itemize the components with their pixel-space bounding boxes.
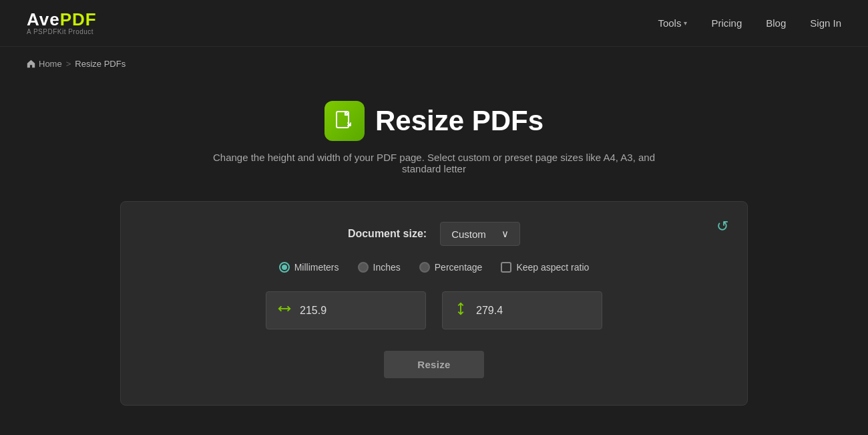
logo-pdf: PDF xyxy=(60,9,97,29)
nav-tools-link[interactable]: Tools xyxy=(658,17,681,29)
reset-button[interactable]: ↺ xyxy=(714,215,731,238)
radio-inches-indicator xyxy=(358,262,369,273)
logo[interactable]: AvePDF A PSPDFKit Product xyxy=(27,11,97,35)
breadcrumb-home-link[interactable]: Home xyxy=(27,59,62,69)
main-nav: Tools ▾ Pricing Blog Sign In xyxy=(658,17,841,29)
option-millimeters-label: Millimeters xyxy=(294,262,339,273)
nav-tools[interactable]: Tools ▾ xyxy=(658,17,687,29)
document-size-row: Document size: Custom ∨ xyxy=(148,222,720,246)
hero-subtitle: Change the height and width of your PDF … xyxy=(200,152,668,174)
height-field-container xyxy=(442,291,602,329)
site-header: AvePDF A PSPDFKit Product Tools ▾ Pricin… xyxy=(0,0,868,47)
document-size-value: Custom xyxy=(451,229,486,240)
breadcrumb: Home > Resize PDFs xyxy=(0,47,868,81)
resize-pdf-icon xyxy=(333,110,356,132)
hero-section: Resize PDFs Change the height and width … xyxy=(0,81,868,188)
option-keep-aspect[interactable]: Keep aspect ratio xyxy=(501,262,589,273)
option-percentage-label: Percentage xyxy=(435,262,483,273)
logo-ave: Ave xyxy=(27,9,60,29)
option-inches[interactable]: Inches xyxy=(358,262,401,273)
width-input[interactable] xyxy=(300,305,415,317)
tools-chevron-icon: ▾ xyxy=(684,19,687,27)
hero-title-wrapper: Resize PDFs xyxy=(13,101,855,141)
dropdown-chevron-icon: ∨ xyxy=(501,228,509,240)
option-percentage[interactable]: Percentage xyxy=(419,262,483,273)
inputs-row xyxy=(148,291,720,329)
resize-card: ↺ Document size: Custom ∨ Millimeters In… xyxy=(120,201,748,406)
nav-pricing-link[interactable]: Pricing xyxy=(711,17,742,29)
logo-subtitle: A PSPDFKit Product xyxy=(27,28,97,35)
height-input[interactable] xyxy=(476,305,591,317)
reset-icon: ↺ xyxy=(716,218,728,235)
height-icon xyxy=(453,301,468,319)
hero-icon xyxy=(324,101,365,141)
resize-button[interactable]: Resize xyxy=(384,351,483,378)
breadcrumb-home-label: Home xyxy=(39,59,62,69)
options-row: Millimeters Inches Percentage Keep aspec… xyxy=(148,262,720,273)
option-millimeters[interactable]: Millimeters xyxy=(279,262,339,273)
document-size-label: Document size: xyxy=(348,228,427,240)
radio-percentage-indicator xyxy=(419,262,430,273)
breadcrumb-separator: > xyxy=(66,59,71,69)
width-icon xyxy=(277,301,292,319)
nav-blog-link[interactable]: Blog xyxy=(766,17,786,29)
resize-button-wrapper: Resize xyxy=(148,351,720,378)
option-inches-label: Inches xyxy=(373,262,401,273)
option-keep-aspect-label: Keep aspect ratio xyxy=(516,262,589,273)
breadcrumb-current: Resize PDFs xyxy=(75,59,126,69)
radio-millimeters-indicator xyxy=(279,262,290,273)
checkbox-aspect-indicator xyxy=(501,262,511,273)
document-size-dropdown[interactable]: Custom ∨ xyxy=(440,222,520,246)
home-icon xyxy=(27,59,35,68)
nav-signin-link[interactable]: Sign In xyxy=(810,17,841,29)
width-field-container xyxy=(266,291,426,329)
page-title: Resize PDFs xyxy=(375,105,544,137)
